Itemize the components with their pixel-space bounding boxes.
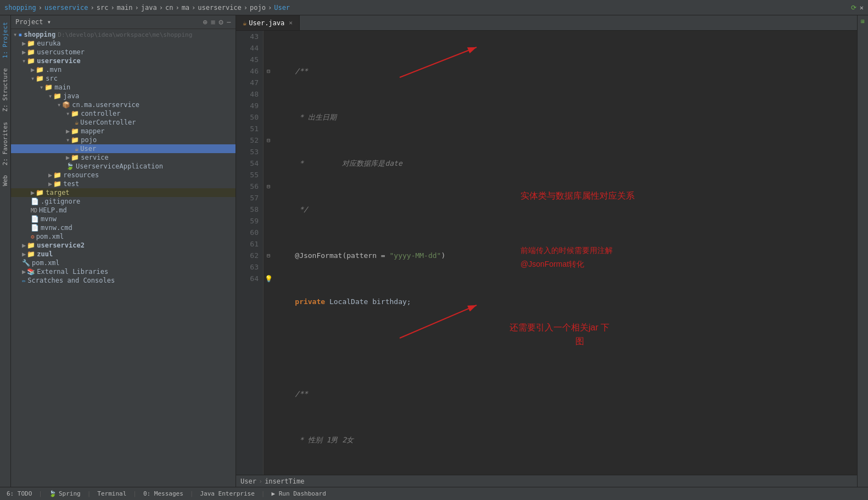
breadcrumb-src[interactable]: src: [97, 4, 109, 12]
tree-item-userservice[interactable]: ▾ 📁 userservice: [11, 57, 236, 65]
status-item-spring[interactable]: 🍃 Spring: [47, 490, 83, 497]
bulb-icon-64[interactable]: 💡: [265, 273, 272, 284]
editor-tab-close[interactable]: ✕: [289, 19, 293, 26]
folder-icon-java: 📁: [53, 92, 61, 100]
breadcrumb-user[interactable]: User: [274, 4, 290, 12]
top-bar-right: ⟳ ✕: [851, 4, 864, 12]
tree-item-resources[interactable]: ▶ 📁 resources: [11, 171, 236, 179]
status-item-terminal[interactable]: Terminal: [95, 490, 128, 497]
tree-label-controller: controller: [81, 110, 120, 117]
tree-item-cn-ma-userservice[interactable]: ▾ 📦 cn.ma.userservice: [11, 100, 236, 109]
tree-item-gitignore[interactable]: 📄 .gitignore: [11, 197, 236, 206]
tree-label-mvn: .mvn: [46, 66, 61, 74]
breadcrumb-userservice2[interactable]: userservice: [198, 4, 241, 12]
breadcrumb-sep4: ›: [135, 4, 139, 12]
tree-item-mvnw-cmd[interactable]: 📄 mvnw.cmd: [11, 223, 236, 232]
status-sep-2: |: [87, 490, 91, 497]
breadcrumb-userservice[interactable]: userservice: [44, 4, 88, 12]
project-icon-layout[interactable]: ≡: [211, 18, 215, 26]
tree-label-pom-xml: pom.xml: [36, 233, 64, 240]
tree-item-scratches[interactable]: ✏ Scratches and Consoles: [11, 276, 236, 285]
folder-icon-test: 📁: [53, 180, 61, 188]
line-numbers: 43 44 45 46 47 48 49 50 51 52 53 54 55 5…: [236, 31, 264, 475]
folder-icon-mvn: 📁: [36, 66, 44, 74]
fold-marker-62[interactable]: ⊟: [265, 250, 272, 261]
sidebar-tab-structure[interactable]: Z: Structure: [1, 64, 10, 116]
tree-expand-target: ▶: [31, 189, 35, 196]
tree-item-mvn[interactable]: ▶ 📁 .mvn: [11, 65, 236, 74]
project-icon-add[interactable]: ⊕: [203, 18, 207, 26]
tree-item-test[interactable]: ▶ 📁 test: [11, 179, 236, 188]
tree-item-main[interactable]: ▾ 📁 main: [11, 83, 236, 92]
tree-expand-icon: ▾: [13, 31, 17, 38]
project-icon-settings[interactable]: ⚙: [219, 18, 223, 26]
tree-item-java[interactable]: ▾ 📁 java: [11, 92, 236, 100]
top-icon-sync[interactable]: ⟳: [851, 4, 856, 12]
tree-item-controller[interactable]: ▾ 📁 controller: [11, 109, 236, 118]
tree-item-usercontroller[interactable]: ☕ UserController: [11, 118, 236, 127]
tree-item-pojo[interactable]: ▾ 📁 pojo: [11, 136, 236, 144]
editor-tab-user-java[interactable]: ☕ User.java ✕: [236, 15, 300, 30]
breadcrumb-shopping[interactable]: shopping: [4, 4, 36, 12]
tree-item-service[interactable]: ▶ 📁 service: [11, 153, 236, 162]
code-editor[interactable]: 43 44 45 46 47 48 49 50 51 52 53 54 55 5…: [236, 31, 857, 475]
tree-item-zuul[interactable]: ▶ 📁 zuul: [11, 250, 236, 259]
top-icon-close[interactable]: ✕: [860, 4, 864, 12]
svg-line-3: [400, 305, 477, 338]
status-item-messages[interactable]: 0: Messages: [141, 490, 186, 497]
tree-item-usercustomer[interactable]: ▶ 📁 usercustomer: [11, 48, 236, 57]
fold-marker-52[interactable]: ⊟: [265, 134, 272, 146]
status-bar: 6: TODO | 🍃 Spring | Terminal | 0: Messa…: [0, 487, 868, 500]
tree-item-helpmd[interactable]: MD HELP.md: [11, 206, 236, 215]
sidebar-tab-web[interactable]: Web: [1, 171, 10, 190]
breadcrumb-java[interactable]: java: [141, 4, 157, 12]
code-content: 43 44 45 46 47 48 49 50 51 52 53 54 55 5…: [236, 31, 857, 475]
file-icon-gitignore: 📄: [31, 198, 39, 205]
tree-item-user[interactable]: ☕ User: [11, 144, 236, 153]
tree-expand-service: ▶: [66, 154, 70, 161]
editor-tabs: ☕ User.java ✕: [236, 15, 857, 31]
breadcrumb-sep3: ›: [110, 4, 114, 12]
folder-icon-usercustomer: 📁: [27, 48, 35, 56]
tree-item-src[interactable]: ▾ 📁 src: [11, 74, 236, 83]
status-item-todo[interactable]: 6: TODO: [4, 490, 34, 497]
folder-icon-src: 📁: [36, 75, 44, 82]
tree-item-target[interactable]: ▶ 📁 target: [11, 188, 236, 197]
breadcrumb-cn[interactable]: cn: [165, 4, 173, 12]
tree-item-shopping[interactable]: ▾ ▪ shopping D:\develop\idea\workspace\m…: [11, 30, 236, 39]
spring-status-icon: 🍃: [49, 490, 57, 497]
project-icon-minimize[interactable]: −: [227, 18, 231, 26]
tree-label-resources: resources: [63, 171, 99, 179]
sidebar-tab-project[interactable]: 1: Project: [1, 18, 10, 63]
breadcrumb-main[interactable]: main: [117, 4, 133, 12]
tree-item-external-libs[interactable]: ▶ 📚 External Libraries: [11, 267, 236, 276]
folder-icon-pojo: 📁: [71, 136, 79, 144]
right-tab-maven[interactable]: ⊞: [858, 15, 867, 28]
project-panel: Project ▾ ⊕ ≡ ⚙ − ▾ ▪ shopping D:\develo…: [11, 15, 236, 487]
code-line-45: * 对应数据库是date: [278, 158, 853, 169]
tree-item-userservice2[interactable]: ▶ 📁 userservice2: [11, 241, 236, 250]
breadcrumb-ma[interactable]: ma: [182, 4, 189, 12]
tree-expand-java: ▾: [48, 92, 52, 100]
tree-item-pom-xml[interactable]: ⚙ pom.xml: [11, 232, 236, 241]
fold-marker-46[interactable]: ⊟: [265, 65, 272, 77]
status-item-run-dashboard[interactable]: ▶ Run Dashboard: [269, 490, 328, 497]
tree-label-pom-root: pom.xml: [32, 259, 60, 267]
tree-item-mvnw[interactable]: 📄 mvnw: [11, 215, 236, 223]
tree-item-mapper[interactable]: ▶ 📁 mapper: [11, 127, 236, 136]
folder-icon-euruka: 📁: [27, 40, 35, 47]
tree-label-scratches: Scratches and Consoles: [27, 277, 115, 284]
tree-label-external-libs: External Libraries: [37, 268, 108, 276]
tree-item-euruka[interactable]: ▶ 📁 euruka: [11, 39, 236, 48]
md-icon-help: MD: [31, 207, 37, 214]
breadcrumb-pojo[interactable]: pojo: [250, 4, 266, 12]
tree-expand-userservice2: ▶: [22, 241, 26, 249]
status-item-java-enterprise[interactable]: Java Enterprise: [198, 490, 256, 497]
fold-marker-56[interactable]: ⊟: [265, 181, 272, 192]
tree-item-userservice-app[interactable]: 🍃 UserserviceApplication: [11, 162, 236, 171]
breadcrumb-sep5: ›: [159, 4, 163, 12]
code-line-51: * 性别 1男 2女: [278, 434, 853, 446]
tree-item-pom-root[interactable]: 🔧 pom.xml: [11, 259, 236, 267]
sidebar-tab-favorites[interactable]: 2: Favorites: [1, 117, 10, 170]
code-lines[interactable]: /** * 出生日期 * 对应数据库是date */ @JsonFormat(p…: [273, 31, 857, 475]
